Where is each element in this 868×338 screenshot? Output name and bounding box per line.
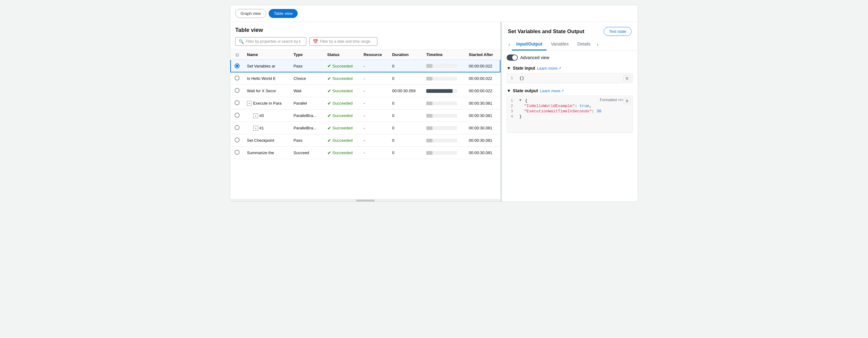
row-duration: 0: [388, 122, 423, 134]
advanced-view-toggle[interactable]: [507, 54, 518, 61]
table-row[interactable]: Set CheckpointPass✔Succeeded-000:00:30.0…: [230, 134, 500, 147]
table-row[interactable]: Set Variables arPass✔Succeeded-000:00:00…: [230, 60, 500, 72]
tab-variables[interactable]: Variables: [547, 38, 573, 51]
row-name: Set Variables ar: [243, 60, 290, 72]
advanced-view-label: Advanced view: [520, 55, 549, 60]
row-duration: 0: [388, 110, 423, 122]
row-status: ✔Succeeded: [323, 147, 360, 159]
panel-header: Table view 🔍 Filter by properties or sea…: [230, 22, 500, 50]
row-resource: -: [360, 60, 388, 72]
table-row[interactable]: Summarize theSucceed✔Succeeded-000:00:30…: [230, 147, 500, 159]
data-table: ◻ Name Type Status Resource Duration Tim…: [230, 50, 500, 159]
top-toolbar: Graph view Table view: [230, 5, 638, 22]
row-type: Pass: [290, 134, 323, 147]
row-radio[interactable]: [230, 122, 243, 134]
state-input-line-1: 1 {}: [511, 76, 629, 81]
tab-input-output[interactable]: Input/Output: [512, 38, 547, 51]
col-started-after[interactable]: Started After: [465, 50, 500, 60]
row-status: ✔Succeeded: [323, 110, 360, 122]
state-output-triangle: ▼: [507, 88, 511, 93]
row-radio[interactable]: [230, 85, 243, 97]
state-input-copy-button[interactable]: ⧉: [623, 75, 630, 81]
row-timeline: [423, 72, 465, 85]
row-resource: -: [360, 97, 388, 110]
header-checkbox-icon: ◻: [236, 53, 239, 57]
table-row[interactable]: +Execute in ParaParallel✔Succeeded-000:0…: [230, 97, 500, 110]
expand-icon[interactable]: +: [253, 113, 258, 118]
table-body: Set Variables arPass✔Succeeded-000:00:00…: [230, 60, 500, 159]
tab-next-button[interactable]: ›: [595, 40, 600, 49]
row-timeline: [423, 110, 465, 122]
row-radio[interactable]: [230, 97, 243, 110]
row-radio[interactable]: [230, 147, 243, 159]
tab-prev-button[interactable]: ‹: [507, 40, 512, 49]
expand-icon[interactable]: +: [253, 126, 258, 131]
row-started-after: 00:00:30.081: [465, 97, 500, 110]
row-radio[interactable]: [230, 72, 243, 85]
row-radio[interactable]: [230, 60, 243, 72]
tab-details[interactable]: Details: [573, 38, 595, 51]
filter-row: 🔍 Filter by properties or search by k 📅 …: [235, 37, 496, 46]
row-type: Parallel: [290, 97, 323, 110]
table-row[interactable]: +#0ParallelBra...✔Succeeded-000:00:30.08…: [230, 110, 500, 122]
row-timeline: [423, 60, 465, 72]
date-filter[interactable]: 📅 Filter by a date and time range: [309, 37, 377, 46]
tabs-bar: ‹ Input/Output Variables Details ›: [502, 38, 638, 51]
row-status: ✔Succeeded: [323, 72, 360, 85]
search-filter[interactable]: 🔍 Filter by properties or search by k: [235, 37, 306, 46]
row-type: Succeed: [290, 147, 323, 159]
col-name[interactable]: Name: [243, 50, 290, 60]
col-timeline[interactable]: Timeline: [423, 50, 465, 60]
row-resource: -: [360, 110, 388, 122]
date-filter-placeholder: Filter by a date and time range: [320, 39, 370, 44]
state-input-learn-more[interactable]: Learn more ↗: [537, 66, 561, 71]
main-container: Graph view Table view Table view 🔍 Filte…: [230, 5, 638, 202]
col-resource[interactable]: Resource: [360, 50, 388, 60]
main-layout: Table view 🔍 Filter by properties or sea…: [230, 22, 638, 201]
row-duration: 00:00:30.059: [388, 85, 423, 97]
col-duration[interactable]: Duration: [388, 50, 423, 60]
state-input-section-title: ▼ State input Learn more ↗: [507, 66, 633, 71]
row-duration: 0: [388, 72, 423, 85]
right-panel: Set Variables and State Output Test stat…: [502, 22, 638, 201]
table-wrapper: ◻ Name Type Status Resource Duration Tim…: [230, 50, 500, 199]
table-view-button[interactable]: Table view: [269, 9, 298, 18]
expand-icon[interactable]: +: [247, 101, 252, 106]
state-input-content: {}: [519, 76, 524, 81]
col-type[interactable]: Type: [290, 50, 323, 60]
row-name: +#1: [243, 122, 290, 134]
graph-view-button[interactable]: Graph view: [235, 9, 266, 18]
row-resource: -: [360, 134, 388, 147]
scrollbar-handle: [356, 200, 375, 201]
right-panel-title: Set Variables and State Output: [508, 28, 585, 35]
row-type: ParallelBra...: [290, 122, 323, 134]
row-name: +#0: [243, 110, 290, 122]
calendar-icon: 📅: [313, 39, 318, 44]
state-input-code-block: 1 {} ⧉: [507, 73, 633, 83]
formatted-button[interactable]: Formatted </>: [600, 98, 623, 102]
col-status[interactable]: Status: [323, 50, 360, 60]
bottom-scrollbar[interactable]: [230, 199, 500, 201]
table-row[interactable]: +#1ParallelBra...✔Succeeded-000:00:30.08…: [230, 122, 500, 134]
row-resource: -: [360, 147, 388, 159]
col-select: ◻: [230, 50, 243, 60]
table-row[interactable]: Is Hello World EChoice✔Succeeded-000:00:…: [230, 72, 500, 85]
row-radio[interactable]: [230, 110, 243, 122]
state-output-learn-more[interactable]: Learn more ↗: [540, 88, 564, 93]
table-row[interactable]: Wait for X SecorWait✔Succeeded-00:00:30.…: [230, 85, 500, 97]
row-radio[interactable]: [230, 134, 243, 147]
test-state-button[interactable]: Test state: [604, 27, 631, 36]
row-timeline: [423, 122, 465, 134]
row-timeline: [423, 147, 465, 159]
row-started-after: 00:00:30.081: [465, 110, 500, 122]
row-timeline: [423, 134, 465, 147]
row-timeline: [423, 85, 465, 97]
external-link-icon: ↗: [558, 66, 561, 70]
row-resource: -: [360, 72, 388, 85]
state-output-copy-button[interactable]: ⧉: [623, 98, 630, 104]
row-type: Choice: [290, 72, 323, 85]
row-duration: 0: [388, 97, 423, 110]
row-name: Is Hello World E: [243, 72, 290, 85]
row-name: +Execute in Para: [243, 97, 290, 110]
row-type: Pass: [290, 60, 323, 72]
